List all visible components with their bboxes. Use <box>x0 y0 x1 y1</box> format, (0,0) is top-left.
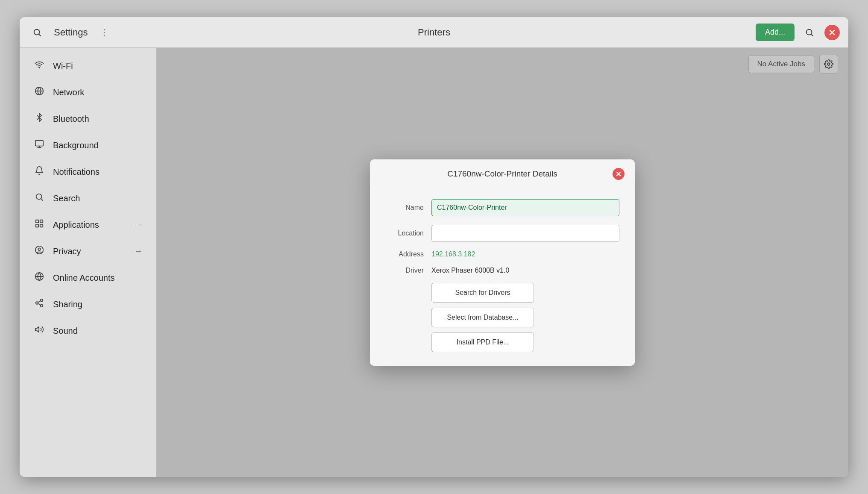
sidebar-item-wifi[interactable]: Wi-Fi <box>23 53 152 79</box>
search-printers-icon <box>805 28 814 37</box>
search-printers-button[interactable] <box>801 24 818 41</box>
svg-marker-27 <box>35 327 39 332</box>
search-button[interactable] <box>28 24 46 41</box>
search-sidebar-icon <box>33 192 45 204</box>
svg-line-13 <box>41 199 43 200</box>
address-value[interactable]: 192.168.3.182 <box>431 250 475 258</box>
sidebar-item-bluetooth[interactable]: Bluetooth <box>23 106 152 132</box>
network-icon <box>33 86 45 98</box>
sidebar-item-applications[interactable]: Applications → <box>23 212 152 238</box>
sidebar-item-online-accounts-label: Online Accounts <box>53 273 115 283</box>
name-input[interactable] <box>431 199 619 216</box>
name-label: Name <box>385 204 424 212</box>
location-row: Location <box>385 225 619 242</box>
sidebar-item-applications-label: Applications <box>53 220 99 230</box>
driver-buttons: Search for Drivers Select from Database.… <box>431 283 619 352</box>
bluetooth-icon <box>33 113 45 125</box>
sidebar-item-sharing-label: Sharing <box>53 300 82 309</box>
sidebar-item-network[interactable]: Network <box>23 79 152 105</box>
svg-rect-15 <box>40 220 43 223</box>
main-window: Settings ⋮ Printers Add... <box>20 17 848 477</box>
titlebar-left: Settings ⋮ <box>28 24 165 41</box>
select-from-database-button[interactable]: Select from Database... <box>431 308 534 327</box>
search-for-drivers-button[interactable]: Search for Drivers <box>431 283 534 303</box>
sidebar-item-notifications-label: Notifications <box>53 167 100 177</box>
svg-point-19 <box>38 248 41 250</box>
name-row: Name <box>385 199 619 216</box>
main-content: No Active Jobs C1760nw-Color-Printer Det… <box>156 48 848 477</box>
sidebar-item-wifi-label: Wi-Fi <box>53 61 73 71</box>
add-printer-button[interactable]: Add... <box>756 24 795 41</box>
sidebar: Wi-Fi Network Bluetooth <box>20 48 156 477</box>
menu-button[interactable]: ⋮ <box>96 24 114 41</box>
svg-rect-16 <box>40 224 43 227</box>
page-title: Printers <box>418 27 450 38</box>
settings-title: Settings <box>54 27 88 38</box>
printer-details-dialog: C1760nw-Color-Printer Details Name <box>370 159 635 366</box>
svg-rect-17 <box>36 224 38 227</box>
titlebar-right: Add... <box>703 24 840 41</box>
svg-line-3 <box>811 34 813 36</box>
svg-line-26 <box>38 301 41 303</box>
svg-point-6 <box>39 67 40 68</box>
privacy-icon <box>33 245 45 257</box>
sidebar-item-background-label: Background <box>53 141 99 150</box>
modal-header: C1760nw-Color-Printer Details <box>370 159 635 187</box>
sidebar-item-online-accounts[interactable]: Online Accounts <box>23 265 152 291</box>
location-input[interactable] <box>431 225 619 242</box>
svg-rect-14 <box>36 220 38 223</box>
svg-line-1 <box>39 34 41 36</box>
titlebar-center: Printers <box>165 27 703 38</box>
sidebar-item-sharing[interactable]: Sharing <box>23 291 152 317</box>
sidebar-item-bluetooth-label: Bluetooth <box>53 114 89 124</box>
sidebar-item-sound[interactable]: Sound <box>23 318 152 344</box>
notifications-icon <box>33 166 45 178</box>
location-label: Location <box>385 229 424 237</box>
modal-title: C1760nw-Color-Printer Details <box>392 169 613 179</box>
sidebar-item-privacy-label: Privacy <box>53 247 81 256</box>
modal-body: Name Location Address 192.168.3.182 <box>370 187 635 366</box>
privacy-arrow-icon: → <box>135 247 142 256</box>
online-accounts-icon <box>33 272 45 284</box>
applications-icon <box>33 219 45 231</box>
body: Wi-Fi Network Bluetooth <box>20 48 848 477</box>
sharing-icon <box>33 298 45 310</box>
sound-icon <box>33 325 45 337</box>
modal-overlay: C1760nw-Color-Printer Details Name <box>156 48 848 477</box>
sidebar-item-privacy[interactable]: Privacy → <box>23 238 152 264</box>
sidebar-item-notifications[interactable]: Notifications <box>23 159 152 185</box>
sidebar-item-search[interactable]: Search <box>23 185 152 211</box>
svg-line-25 <box>38 303 41 305</box>
search-icon <box>32 28 42 37</box>
sidebar-item-sound-label: Sound <box>53 326 78 336</box>
address-row: Address 192.168.3.182 <box>385 250 619 258</box>
svg-point-12 <box>36 194 42 200</box>
close-icon <box>829 29 835 35</box>
sidebar-item-background[interactable]: Background <box>23 132 152 158</box>
sidebar-item-network-label: Network <box>53 88 84 97</box>
applications-arrow-icon: → <box>135 221 142 229</box>
driver-row: Driver Xerox Phaser 6000B v1.0 <box>385 267 619 274</box>
driver-label: Driver <box>385 267 424 274</box>
sidebar-item-search-label: Search <box>53 194 80 203</box>
driver-value: Xerox Phaser 6000B v1.0 <box>431 267 619 274</box>
modal-close-button[interactable] <box>613 168 625 180</box>
menu-icon: ⋮ <box>100 27 109 38</box>
svg-rect-9 <box>35 141 43 146</box>
address-label: Address <box>385 250 424 258</box>
window-close-button[interactable] <box>824 25 840 40</box>
titlebar: Settings ⋮ Printers Add... <box>20 17 848 48</box>
background-icon <box>33 139 45 151</box>
wifi-icon <box>33 60 45 72</box>
modal-close-icon <box>616 171 621 176</box>
install-ppd-button[interactable]: Install PPD File... <box>431 332 534 352</box>
